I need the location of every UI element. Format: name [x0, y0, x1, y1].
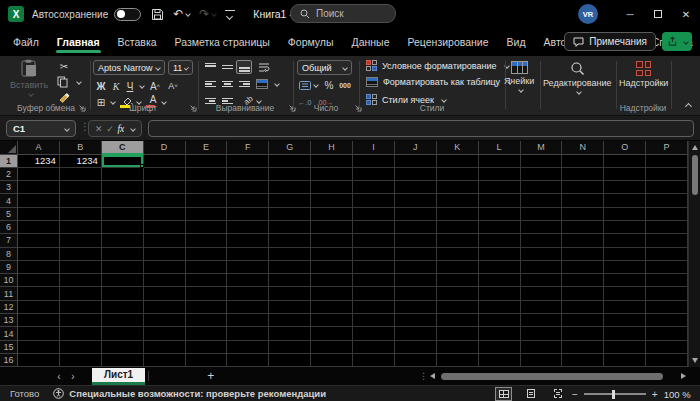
cell-G2[interactable]	[269, 168, 311, 181]
cell-L7[interactable]	[479, 234, 521, 247]
cell-C8[interactable]	[102, 248, 144, 261]
merge-center-button[interactable]	[254, 77, 270, 91]
cell-C3[interactable]	[102, 181, 144, 194]
alignment-dialog-launcher[interactable]	[288, 104, 296, 112]
select-all-corner[interactable]	[0, 141, 18, 155]
cell-K3[interactable]	[437, 181, 479, 194]
cell-M3[interactable]	[521, 181, 563, 194]
cell-J13[interactable]	[395, 314, 437, 327]
wrap-text-button[interactable]	[256, 60, 272, 74]
scroll-right-icon[interactable]	[681, 373, 686, 379]
cell-A1[interactable]: 1234	[18, 155, 60, 168]
cell-A7[interactable]	[18, 234, 60, 247]
cell-I15[interactable]	[353, 341, 395, 354]
cell-A4[interactable]	[18, 194, 60, 207]
align-middle-button[interactable]	[219, 60, 235, 74]
cell-L10[interactable]	[479, 274, 521, 287]
row-header-5[interactable]: 5	[0, 208, 18, 221]
number-format-combo[interactable]: Общий	[297, 60, 352, 75]
cell-M16[interactable]	[521, 354, 563, 367]
cell-P10[interactable]	[646, 274, 688, 287]
cell-M11[interactable]	[521, 287, 563, 300]
font-size-combo[interactable]: 11	[168, 60, 193, 75]
scroll-up-icon[interactable]	[692, 145, 698, 150]
undo-button[interactable]: ↶	[173, 7, 190, 21]
cell-P12[interactable]	[646, 301, 688, 314]
cell-E1[interactable]	[186, 155, 228, 168]
search-input[interactable]: Поиск	[290, 4, 396, 23]
cell-G11[interactable]	[269, 287, 311, 300]
cell-H12[interactable]	[311, 301, 353, 314]
column-header-P[interactable]: P	[646, 141, 688, 155]
cell-D4[interactable]	[144, 194, 186, 207]
cell-K2[interactable]	[437, 168, 479, 181]
cell-I8[interactable]	[353, 248, 395, 261]
cell-C14[interactable]	[102, 327, 144, 340]
share-button[interactable]	[662, 32, 692, 51]
cell-J12[interactable]	[395, 301, 437, 314]
cell-D2[interactable]	[144, 168, 186, 181]
cell-N5[interactable]	[562, 208, 604, 221]
cell-C4[interactable]	[102, 194, 144, 207]
cell-N12[interactable]	[562, 301, 604, 314]
cell-I14[interactable]	[353, 327, 395, 340]
row-header-13[interactable]: 13	[0, 314, 18, 327]
row-header-4[interactable]: 4	[0, 194, 18, 207]
cell-J16[interactable]	[395, 354, 437, 367]
cell-G3[interactable]	[269, 181, 311, 194]
column-header-F[interactable]: F	[227, 141, 269, 155]
cell-A14[interactable]	[18, 327, 60, 340]
cell-G13[interactable]	[269, 314, 311, 327]
cell-E9[interactable]	[186, 261, 228, 274]
cell-P1[interactable]	[646, 155, 688, 168]
cell-N4[interactable]	[562, 194, 604, 207]
cell-J2[interactable]	[395, 168, 437, 181]
cell-C16[interactable]	[102, 354, 144, 367]
row-header-7[interactable]: 7	[0, 234, 18, 247]
cell-I16[interactable]	[353, 354, 395, 367]
cell-P8[interactable]	[646, 248, 688, 261]
cell-F2[interactable]	[227, 168, 269, 181]
cell-I5[interactable]	[353, 208, 395, 221]
cell-E16[interactable]	[186, 354, 228, 367]
cell-M14[interactable]	[521, 327, 563, 340]
cell-N7[interactable]	[562, 234, 604, 247]
row-header-12[interactable]: 12	[0, 301, 18, 314]
cell-G14[interactable]	[269, 327, 311, 340]
name-box[interactable]: C1	[6, 120, 76, 137]
cell-K11[interactable]	[437, 287, 479, 300]
redo-button[interactable]: ↷	[199, 7, 216, 21]
cell-B9[interactable]	[60, 261, 102, 274]
cell-G12[interactable]	[269, 301, 311, 314]
cell-G8[interactable]	[269, 248, 311, 261]
cell-O14[interactable]	[604, 327, 646, 340]
autosave-toggle[interactable]	[114, 8, 141, 21]
enter-icon[interactable]: ✓	[106, 124, 114, 134]
cell-B12[interactable]	[60, 301, 102, 314]
cell-F15[interactable]	[227, 341, 269, 354]
cell-M7[interactable]	[521, 234, 563, 247]
cell-L1[interactable]	[479, 155, 521, 168]
cell-O7[interactable]	[604, 234, 646, 247]
cell-M5[interactable]	[521, 208, 563, 221]
format-as-table-button[interactable]: Форматировать как таблицу	[366, 77, 512, 87]
column-header-I[interactable]: I	[353, 141, 395, 155]
cell-C5[interactable]	[102, 208, 144, 221]
cell-C9[interactable]	[102, 261, 144, 274]
tab-Разметка страницы[interactable]: Разметка страницы	[166, 28, 279, 56]
cell-P15[interactable]	[646, 341, 688, 354]
cell-K4[interactable]	[437, 194, 479, 207]
cell-M4[interactable]	[521, 194, 563, 207]
cell-O3[interactable]	[604, 181, 646, 194]
minimize-button[interactable]: ─	[616, 0, 644, 28]
cell-P11[interactable]	[646, 287, 688, 300]
cell-F11[interactable]	[227, 287, 269, 300]
cell-G5[interactable]	[269, 208, 311, 221]
column-header-M[interactable]: M	[521, 141, 563, 155]
cell-J10[interactable]	[395, 274, 437, 287]
add-sheet-button[interactable]: +	[207, 369, 214, 383]
column-header-L[interactable]: L	[479, 141, 521, 155]
cell-A5[interactable]	[18, 208, 60, 221]
cell-O8[interactable]	[604, 248, 646, 261]
cell-A10[interactable]	[18, 274, 60, 287]
